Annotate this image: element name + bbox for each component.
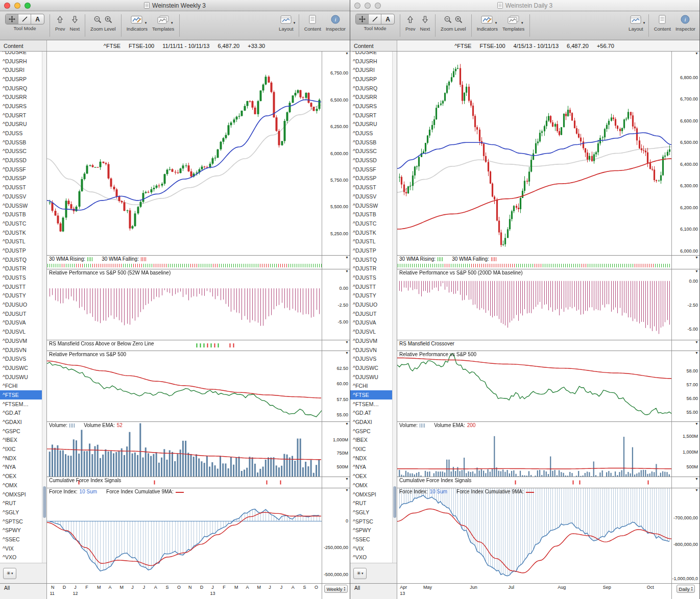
minimize-button[interactable] — [14, 3, 20, 9]
symbol-item[interactable]: ^SPTSC — [350, 517, 397, 526]
symbol-item[interactable]: ^IXIC — [0, 444, 46, 454]
symbol-item[interactable]: ^DJUSRI — [0, 65, 46, 74]
zoom-in-button[interactable] — [104, 14, 113, 25]
symbol-item[interactable]: ^DJUSSB — [350, 138, 397, 147]
symbol-item[interactable]: ^DJUSRQ — [350, 84, 397, 93]
tool-pointer-button[interactable] — [6, 14, 18, 24]
minimize-button[interactable] — [365, 3, 371, 9]
symbol-item[interactable]: ^SPTSC — [0, 517, 46, 526]
symbol-item[interactable]: ^DJUSWU — [0, 372, 46, 382]
symbol-item[interactable]: ^OEX — [0, 471, 46, 481]
symbol-item[interactable]: ^IXIC — [350, 444, 397, 454]
volume-canvas[interactable] — [47, 422, 322, 477]
symbol-item[interactable]: ^DJUSWU — [350, 372, 397, 382]
symbol-item[interactable]: ^DJUSRS — [0, 102, 46, 111]
symbol-item[interactable]: ^GSPC — [0, 427, 46, 436]
symbol-item[interactable]: ^DJUSWC — [0, 363, 46, 372]
indicators-button[interactable]: ▾ — [481, 14, 493, 25]
close-button[interactable] — [354, 3, 360, 9]
symbol-item[interactable]: ^DJUSRT — [0, 111, 46, 120]
symbol-item[interactable]: ^DJUSVN — [0, 345, 46, 355]
symbol-item[interactable]: ^RUT — [0, 498, 46, 508]
symbol-item[interactable]: ^DJUSSW — [350, 201, 397, 210]
symbol-item[interactable]: ^SPWY — [350, 526, 397, 535]
symbol-item[interactable]: ^DJUSVL — [0, 327, 46, 336]
inspector-button[interactable]: i — [681, 14, 690, 25]
symbol-item[interactable]: ^DJUSTR — [0, 264, 46, 273]
layout-button[interactable]: ▾ — [280, 14, 292, 25]
periodicity-control[interactable]: Weekly▴▾ — [324, 585, 348, 593]
symbol-item[interactable]: ^DJUSTQ — [0, 255, 46, 264]
symbol-item[interactable]: ^DJUSWC — [350, 363, 397, 372]
symbol-item[interactable]: ^DJUSS — [0, 129, 46, 138]
symbol-item[interactable]: ^DJUSUO — [350, 300, 397, 309]
rs-canvas[interactable] — [397, 351, 671, 421]
symbol-item[interactable]: ^DJUSVM — [0, 336, 46, 345]
symbol-item[interactable]: ^DJUSVS — [350, 354, 397, 363]
symbol-item[interactable]: ^DJUSTS — [350, 273, 397, 282]
symbol-item[interactable]: ^DJUSRH — [350, 57, 397, 66]
symbol-item[interactable]: ^DJUSSV — [0, 192, 46, 201]
symbol-item[interactable]: ^GDAXI — [350, 417, 397, 427]
symbol-item[interactable]: ^DJUSSC — [350, 147, 397, 156]
symbol-item[interactable]: ^NYA — [0, 463, 46, 472]
symbol-item[interactable]: ^DJUSTT — [350, 282, 397, 291]
templates-button[interactable]: ▾ — [508, 14, 520, 25]
symbol-item[interactable]: ^DJUSRH — [0, 57, 46, 66]
layout-button[interactable]: ▾ — [630, 14, 641, 25]
pane-menu-icon[interactable]: ▼ — [345, 269, 349, 273]
symbol-item[interactable]: ^FCHI — [350, 381, 397, 390]
scope-label[interactable]: All — [350, 584, 397, 599]
tool-text-button[interactable]: A — [31, 14, 44, 24]
pane-menu-icon[interactable]: ▼ — [345, 52, 349, 55]
symbol-item[interactable]: ^VIX — [350, 544, 397, 553]
symbol-item[interactable]: ^DJUSTB — [350, 210, 397, 219]
force-canvas[interactable] — [47, 488, 322, 583]
symbol-item[interactable]: ^DJUSVA — [0, 318, 46, 328]
symbol-item[interactable]: ^DJUSRS — [350, 102, 397, 111]
symbol-item[interactable]: ^DJUSVN — [350, 345, 397, 355]
pane-menu-icon[interactable]: ▼ — [695, 340, 698, 344]
rs-canvas[interactable] — [47, 351, 322, 421]
next-button[interactable] — [422, 14, 428, 25]
symbol-item[interactable]: ^FTSE — [0, 390, 46, 400]
symbol-item[interactable]: ^DJUSRU — [0, 120, 46, 129]
symbol-item[interactable]: ^DJUSSF — [0, 165, 46, 174]
symbol-item[interactable]: ^FCHI — [0, 381, 46, 390]
symbol-item[interactable]: ^DJUSRE — [350, 52, 397, 57]
list-actions-button[interactable]: ✳▾ — [353, 568, 367, 579]
symbol-item[interactable]: ^DJUSTY — [350, 291, 397, 301]
symbol-item[interactable]: ^DJUSRP — [350, 74, 397, 84]
symbol-item[interactable]: ^DJUSRI — [350, 65, 397, 74]
symbol-item[interactable]: ^IBEX — [350, 436, 397, 445]
prev-button[interactable] — [57, 14, 63, 25]
zoom-window-button[interactable] — [375, 3, 381, 9]
symbol-item[interactable]: ^DJUSRT — [350, 111, 397, 120]
zoom-out-button[interactable] — [93, 14, 102, 25]
symbol-item[interactable]: ^OMXSPI — [350, 490, 397, 499]
pane-menu-icon[interactable]: ▼ — [345, 340, 349, 344]
tool-line-button[interactable] — [18, 14, 31, 24]
symbol-item[interactable]: ^FTSEM… — [0, 400, 46, 409]
hist-canvas[interactable] — [47, 269, 322, 340]
symbol-item[interactable]: ^DJUSRR — [350, 92, 397, 102]
symbol-item[interactable]: ^OMX — [350, 481, 397, 490]
symbol-item[interactable]: ^DJUSTC — [0, 219, 46, 228]
force-canvas[interactable] — [397, 488, 671, 583]
symbol-item[interactable]: ^DJUSTR — [350, 264, 397, 273]
symbol-item[interactable]: ^DJUSTL — [0, 237, 46, 246]
symbol-item[interactable]: ^VIX — [0, 544, 46, 553]
scrollbar-thumb[interactable] — [43, 486, 46, 518]
symbol-item[interactable]: ^OMX — [0, 481, 46, 490]
tool-line-button[interactable] — [369, 14, 381, 24]
symbol-item[interactable]: ^GSPC — [350, 427, 397, 436]
sidebar-scrollbar[interactable] — [42, 52, 46, 563]
symbol-item[interactable]: ^DJUSTY — [0, 291, 46, 301]
symbol-item[interactable]: ^GDAXI — [0, 417, 46, 427]
tool-pointer-button[interactable] — [356, 14, 369, 24]
symbol-item[interactable]: ^DJUSVL — [350, 327, 397, 336]
symbol-item[interactable]: ^VXO — [0, 553, 46, 562]
symbol-item[interactable]: ^DJUSUT — [350, 309, 397, 318]
symbol-item[interactable]: ^VXO — [350, 553, 397, 562]
titlebar[interactable]: Weinstein Weekly 3 — [0, 0, 350, 11]
